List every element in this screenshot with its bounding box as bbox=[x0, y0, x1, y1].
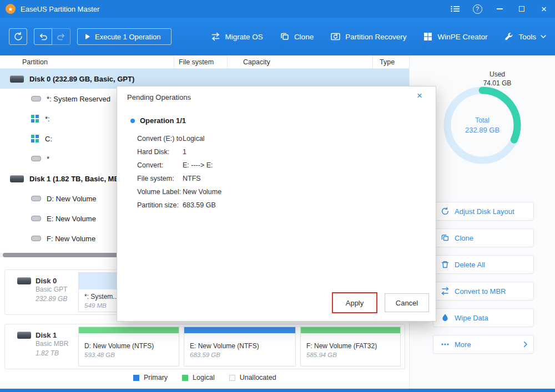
column-header-partition[interactable]: Partition bbox=[0, 55, 174, 68]
more-button[interactable]: More bbox=[433, 335, 534, 354]
disk-layout: Basic MBR bbox=[36, 339, 78, 349]
disk1-info[interactable]: Disk 1 Basic MBR 1.82 TB bbox=[5, 324, 78, 369]
help-button[interactable]: ? bbox=[466, 0, 488, 18]
disk1-map-card: Disk 1 Basic MBR 1.82 TB D: New Volume (… bbox=[4, 324, 405, 369]
used-label: Used bbox=[470, 70, 525, 79]
window-bottom-edge bbox=[0, 389, 555, 392]
legend-label: Logical bbox=[193, 374, 215, 381]
field-label: Hard Disk: bbox=[117, 148, 183, 156]
redo-icon bbox=[56, 32, 66, 42]
partition-label: F: New Volume (FAT32) bbox=[306, 342, 395, 350]
winpe-creator-icon bbox=[423, 32, 433, 42]
partition-size: 683.59 GB bbox=[190, 352, 290, 358]
partition-label: D: New Volume (NTFS) bbox=[84, 342, 173, 350]
adjust-layout-icon bbox=[441, 207, 450, 216]
partition-color-strip bbox=[184, 327, 295, 333]
total-label: Total bbox=[437, 116, 528, 124]
legend-label: Unallocated bbox=[240, 374, 276, 381]
partition-block-f[interactable]: F: New Volume (FAT32) 585.94 GB bbox=[300, 327, 401, 366]
refresh-icon bbox=[13, 32, 23, 42]
cancel-button[interactable]: Cancel bbox=[385, 293, 429, 312]
clone-icon bbox=[441, 233, 450, 242]
partition-block-d[interactable]: D: New Volume (NTFS) 593.48 GB bbox=[78, 327, 179, 366]
operation-header: Operation 1/1 bbox=[130, 116, 186, 125]
refresh-button[interactable] bbox=[9, 28, 27, 45]
migrate-os-button[interactable]: Migrate OS bbox=[210, 32, 263, 42]
total-value: 232.89 GB bbox=[437, 126, 528, 134]
dialog-title: Pending Operations bbox=[127, 93, 191, 101]
field-value: 1 bbox=[183, 148, 186, 156]
partition-icon bbox=[31, 196, 41, 201]
row-label: Disk 0 (232.89 GB, Basic, GPT) bbox=[29, 75, 134, 83]
sidebar-button-label: More bbox=[455, 340, 471, 349]
easeus-logo-icon: ★ bbox=[6, 4, 16, 14]
dialog-close-icon[interactable]: × bbox=[417, 91, 422, 100]
close-button[interactable]: × bbox=[533, 0, 555, 18]
undo-button[interactable] bbox=[34, 28, 52, 45]
help-icon: ? bbox=[473, 4, 482, 14]
adjust-disk-layout-button[interactable]: Adjust Disk Layout bbox=[433, 202, 534, 221]
operation-bullet-icon bbox=[130, 119, 135, 123]
close-icon: × bbox=[541, 4, 547, 14]
partition-color-strip bbox=[79, 327, 179, 333]
partition-recovery-button[interactable]: Partition Recovery bbox=[330, 32, 406, 42]
redo-button[interactable] bbox=[52, 28, 70, 45]
unallocated-color-swatch bbox=[229, 375, 235, 381]
app-title: EaseUS Partition Master bbox=[21, 5, 99, 13]
row-label: *: bbox=[45, 115, 50, 123]
toolbar: Execute 1 Operation Migrate OS Clone Par… bbox=[0, 18, 555, 55]
migrate-os-icon bbox=[210, 32, 221, 42]
winpe-creator-button[interactable]: WinPE Creator bbox=[423, 32, 487, 42]
field-label: Convert: bbox=[117, 161, 183, 169]
app-window: ★ EaseUS Partition Master ? × bbox=[0, 0, 555, 392]
clone-button[interactable]: Clone bbox=[280, 32, 314, 42]
chevron-right-icon bbox=[523, 341, 528, 348]
column-header-capacity[interactable]: Capacity bbox=[228, 55, 373, 68]
disk0-info[interactable]: Disk 0 Basic GPT 232.89 GB bbox=[5, 270, 78, 314]
more-dots-icon bbox=[441, 340, 450, 349]
clone-disk-button[interactable]: Clone bbox=[433, 228, 534, 247]
donut-center-text: Total 232.89 GB bbox=[437, 116, 528, 134]
apply-button[interactable]: Apply bbox=[332, 292, 377, 313]
field-value: 683.59 GB bbox=[183, 201, 216, 209]
wipe-data-button[interactable]: Wipe Data bbox=[433, 308, 534, 327]
clone-label: Clone bbox=[294, 33, 314, 41]
sidebar-button-label: Clone bbox=[455, 234, 473, 242]
convert-icon bbox=[441, 287, 450, 296]
partition-legend: Primary Logical Unallocated bbox=[133, 374, 276, 381]
field-value: NTFS bbox=[183, 175, 201, 182]
field-row: Convert (E:) to Logical bbox=[117, 132, 436, 145]
sidebar-button-label: Adjust Disk Layout bbox=[455, 207, 514, 216]
partition-icon bbox=[31, 96, 41, 101]
row-label: E: New Volume bbox=[47, 215, 96, 223]
partition-grid-icon bbox=[31, 135, 39, 143]
hard-disk-icon bbox=[17, 332, 31, 339]
legend-logical: Logical bbox=[182, 374, 215, 381]
chevron-down-icon bbox=[541, 35, 546, 39]
column-header-filesystem[interactable]: File system bbox=[174, 55, 228, 68]
partition-block-e[interactable]: E: New Volume (NTFS) 683.59 GB bbox=[184, 327, 296, 366]
partition-recovery-label: Partition Recovery bbox=[345, 33, 406, 41]
convert-to-mbr-button[interactable]: Convert to MBR bbox=[433, 282, 534, 301]
execute-operation-button[interactable]: Execute 1 Operation bbox=[77, 28, 171, 45]
migrate-os-label: Migrate OS bbox=[225, 33, 263, 41]
partition-icon bbox=[31, 236, 41, 241]
execute-operation-label: Execute 1 Operation bbox=[95, 33, 161, 41]
minimize-icon bbox=[497, 8, 503, 9]
field-row: Volume Label: New Volume bbox=[117, 185, 436, 198]
disk-size: 232.89 GB bbox=[36, 294, 78, 304]
trash-icon bbox=[441, 260, 450, 269]
operation-label: Operation 1/1 bbox=[140, 116, 186, 125]
minimize-button[interactable] bbox=[488, 0, 511, 18]
delete-all-button[interactable]: Delete All bbox=[433, 255, 534, 274]
column-header-type[interactable]: Type bbox=[373, 55, 409, 68]
legend-unallocated: Unallocated bbox=[229, 374, 276, 381]
menu-list-icon[interactable] bbox=[444, 0, 466, 18]
disk-name: Disk 1 bbox=[36, 331, 57, 339]
field-value: New Volume bbox=[183, 188, 221, 196]
row-label: F: New Volume bbox=[47, 235, 95, 243]
winpe-creator-label: WinPE Creator bbox=[437, 33, 487, 41]
partition-label: E: New Volume (NTFS) bbox=[190, 342, 290, 350]
maximize-button[interactable] bbox=[511, 0, 533, 18]
tools-button[interactable]: Tools bbox=[504, 32, 546, 42]
